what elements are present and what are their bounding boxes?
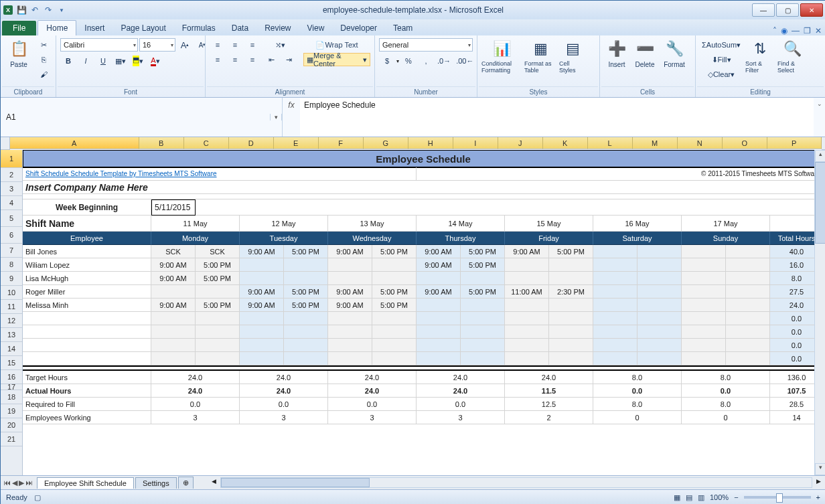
row-header[interactable]: 4 [1,196,22,210]
schedule-cell[interactable] [151,325,196,339]
row-header[interactable]: 6 [1,227,22,244]
schedule-cell[interactable] [417,312,461,325]
horizontal-scroll-thumb[interactable] [221,478,370,487]
sort-filter-button[interactable]: ⇅Sort & Filter [745,38,775,74]
schedule-cell[interactable] [505,299,549,312]
schedule-cell[interactable]: 5:00 PM [372,299,417,312]
total-hours-cell[interactable]: 16.0 [770,258,814,272]
day-header[interactable]: Monday [151,232,240,245]
name-box[interactable]: A1 ▾ [1,98,283,137]
schedule-cell[interactable]: 5:00 PM [549,245,593,258]
tab-view[interactable]: View [299,21,333,35]
row-header[interactable]: 7 [1,244,22,258]
schedule-cell[interactable]: 9:00 AM [240,245,284,258]
font-name-combo[interactable]: Calibri [60,38,138,52]
row-header[interactable]: 1 [1,150,22,168]
schedule-cell[interactable] [328,272,372,285]
summary-value[interactable]: 24.0 [417,384,505,398]
zoom-level[interactable]: 100% [710,493,729,501]
schedule-cell[interactable]: 5:00 PM [196,299,240,312]
schedule-cell[interactable]: 5:00 PM [284,245,328,258]
row-header[interactable]: 17 [1,384,22,390]
schedule-cell[interactable] [726,285,770,299]
schedule-cell[interactable] [593,312,638,325]
date-header[interactable]: 12 May [240,216,328,232]
currency-icon[interactable]: $ [379,54,395,68]
schedule-cell[interactable] [726,325,770,339]
schedule-cell[interactable] [726,299,770,312]
day-header[interactable]: Tuesday [240,232,328,245]
schedule-cell[interactable]: 5:00 PM [461,245,505,258]
schedule-cell[interactable] [461,299,505,312]
shift-name-label[interactable]: Shift Name [23,216,151,232]
schedule-cell[interactable]: 5:00 PM [284,285,328,299]
column-header[interactable]: I [453,137,498,149]
schedule-cell[interactable] [196,352,240,365]
tab-data[interactable]: Data [224,21,256,35]
align-left-icon[interactable]: ≡ [210,53,226,66]
horizontal-scrollbar[interactable]: ◀ ▶ [220,477,812,488]
date-header[interactable]: 15 May [505,216,593,232]
column-header[interactable]: L [588,137,633,149]
underline-button[interactable]: U [95,54,111,68]
schedule-cell[interactable] [682,285,726,299]
schedule-cell[interactable] [505,352,549,365]
schedule-cell[interactable] [196,325,240,339]
row-header[interactable]: 20 [1,418,22,432]
date-header[interactable]: 11 May [151,216,240,232]
delete-cells-button[interactable]: ➖Delete [632,38,658,68]
conditional-formatting-button[interactable]: 📊Conditional Formatting [481,38,522,74]
row-header[interactable]: 3 [1,182,22,196]
tab-developer[interactable]: Developer [332,21,385,35]
schedule-cell[interactable] [372,339,417,352]
schedule-cell[interactable]: 9:00 AM [328,299,372,312]
schedule-cell[interactable] [196,312,240,325]
schedule-cell[interactable] [372,312,417,325]
date-header[interactable]: 13 May [328,216,417,232]
schedule-cell[interactable] [593,258,638,272]
schedule-cell[interactable] [328,352,372,365]
fill-button[interactable]: ⬇ Fill ▾ [700,53,743,66]
summary-label[interactable]: Actual Hours [23,384,151,398]
schedule-cell[interactable] [461,325,505,339]
summary-label[interactable]: Required to Fill [23,398,151,411]
schedule-cell[interactable] [328,258,372,272]
prev-sheet-icon[interactable]: ◀ [12,479,17,487]
row-header[interactable]: 16 [1,370,22,384]
font-size-combo[interactable]: 16 [139,38,175,52]
zoom-in-icon[interactable]: + [816,493,820,501]
schedule-cell[interactable] [505,339,549,352]
schedule-cell[interactable]: 9:00 AM [328,245,372,258]
summary-value[interactable]: 8.0 [593,371,682,384]
row-header[interactable]: 12 [1,314,22,328]
schedule-cell[interactable] [682,352,726,365]
schedule-cell[interactable] [240,272,284,285]
vertical-scroll-thumb[interactable] [815,162,825,244]
schedule-cell[interactable]: 9:00 AM [240,285,284,299]
row-header[interactable]: 13 [1,328,22,342]
schedule-cell[interactable] [151,312,196,325]
day-header[interactable]: Wednesday [328,232,417,245]
schedule-cell[interactable] [284,258,328,272]
schedule-cell[interactable] [549,339,593,352]
total-hours-cell[interactable]: 0.0 [770,312,814,325]
column-header[interactable]: B [139,137,184,149]
summary-value[interactable]: 3 [240,411,328,424]
schedule-cell[interactable] [505,312,549,325]
file-tab[interactable]: File [2,21,36,35]
summary-value[interactable]: 3 [151,411,240,424]
workbook-restore-icon[interactable]: ❐ [804,26,811,35]
schedule-cell[interactable] [638,285,682,299]
bold-button[interactable]: B [60,54,76,68]
template-link[interactable]: Shift Schedule Schedule Template by Time… [23,167,417,181]
schedule-cell[interactable] [726,339,770,352]
autosum-button[interactable]: Σ AutoSum ▾ [700,38,743,52]
schedule-cell[interactable] [638,258,682,272]
schedule-cell[interactable]: 5:00 PM [196,272,240,285]
schedule-cell[interactable] [593,272,638,285]
clear-button[interactable]: ◇ Clear ▾ [700,68,743,81]
schedule-cell[interactable] [638,325,682,339]
schedule-cell[interactable]: 5:00 PM [196,258,240,272]
increase-indent-icon[interactable]: ⇥ [281,53,297,66]
insert-cells-button[interactable]: ➕Insert [604,38,629,68]
